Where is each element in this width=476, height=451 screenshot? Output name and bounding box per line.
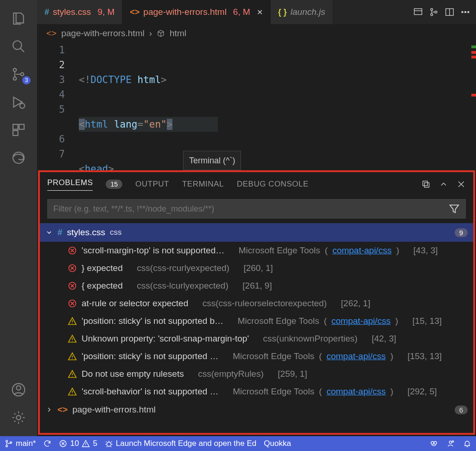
svg-point-30 xyxy=(72,393,73,394)
problem-issue-row[interactable]: 'position: sticky' is not supported b… M… xyxy=(40,312,473,330)
svg-point-1 xyxy=(13,68,17,71)
edge-icon xyxy=(11,150,26,165)
close-icon[interactable] xyxy=(457,180,466,189)
run-debug-icon xyxy=(11,95,26,110)
problem-issue-row[interactable]: } expected css(css-rcurlyexpected) [260,… xyxy=(40,259,473,277)
issue-source: css(css-lcurlyexpected) xyxy=(137,281,228,291)
panel-tab-problems[interactable]: PROBLEMS xyxy=(47,178,93,191)
account-icon xyxy=(11,382,26,397)
tab-diag: 9, M xyxy=(97,7,114,17)
breadcrumb-symbol: html xyxy=(170,28,186,39)
hover-tooltip: Terminal (^`) xyxy=(183,151,241,170)
problem-issue-row[interactable]: 'scroll-behavior' is not supported … Mic… xyxy=(40,383,473,400)
line-number-gutter: 1 2 3 4 5 6 7 xyxy=(37,43,74,161)
problem-issue-row[interactable]: 'position: sticky' is not supported … Mi… xyxy=(40,348,473,365)
breadcrumb[interactable]: <> page-with-errors.html › html xyxy=(37,24,476,43)
issue-link[interactable]: compat-api/css xyxy=(326,351,386,361)
svg-point-13 xyxy=(431,8,433,11)
activity-run-debug[interactable] xyxy=(0,88,37,116)
status-branch[interactable]: main* xyxy=(5,439,36,448)
problems-count-badge: 15 xyxy=(106,180,122,189)
issue-location: [43, 3] xyxy=(413,245,438,256)
compare-icon[interactable] xyxy=(429,7,439,17)
svg-point-38 xyxy=(449,441,451,443)
activity-source-control[interactable]: 3 xyxy=(0,60,37,88)
svg-point-15 xyxy=(435,11,437,13)
chevron-right-icon xyxy=(45,406,53,413)
copilot-icon[interactable] xyxy=(430,439,438,448)
status-launch[interactable]: Launch Microsoft Edge and open the Ed xyxy=(105,439,256,448)
issue-link[interactable]: compat-api/css xyxy=(326,387,386,397)
activity-search[interactable] xyxy=(0,32,37,60)
code-content: <!DOCTYPE html> <html lang="en"> <head> … xyxy=(79,43,476,170)
svg-point-28 xyxy=(72,358,73,359)
svg-point-3 xyxy=(21,73,24,76)
issue-message: 'scroll-margin-top' is not supported… xyxy=(82,245,224,256)
issue-message: { expected xyxy=(82,281,123,291)
tab-page-with-errors[interactable]: <> page-with-errors.html 6, M ✕ xyxy=(122,0,270,24)
issue-source: Microsoft Edge Tools xyxy=(233,351,314,361)
problem-file-row[interactable]: <>page-with-errors.html6 xyxy=(40,400,473,419)
status-quokka[interactable]: Quokka xyxy=(264,439,291,448)
more-icon[interactable] xyxy=(460,7,470,17)
split-editor-icon[interactable] xyxy=(444,7,455,17)
problem-issue-row[interactable]: Do not use empty rulesets css(emptyRules… xyxy=(40,365,473,383)
html-file-icon: <> xyxy=(130,7,140,17)
bell-icon[interactable] xyxy=(463,439,471,448)
svg-rect-5 xyxy=(13,124,18,129)
tab-close-button[interactable]: ✕ xyxy=(257,8,263,17)
filter-input[interactable] xyxy=(48,204,443,214)
svg-rect-6 xyxy=(19,124,24,129)
issue-link[interactable]: compat-api/css xyxy=(331,316,391,326)
tab-styles-css[interactable]: # styles.css 9, M xyxy=(37,0,122,24)
chevron-up-icon[interactable] xyxy=(439,180,448,189)
file-type: css xyxy=(110,228,122,237)
problem-issue-row[interactable]: Unknown property: 'scroll-snap-margin-to… xyxy=(40,330,473,348)
activity-explorer[interactable] xyxy=(0,5,37,32)
sync-icon xyxy=(43,439,51,448)
tab-diag: 6, M xyxy=(233,7,250,17)
file-issue-count: 9 xyxy=(455,228,468,237)
panel-tab-output[interactable]: OUTPUT xyxy=(135,180,169,189)
json-file-icon: { } xyxy=(278,7,287,17)
warning-icon xyxy=(68,369,77,379)
svg-rect-12 xyxy=(414,9,422,15)
file-icon: <> xyxy=(57,405,68,415)
tab-label: styles.css xyxy=(53,7,91,17)
panel-tab-debug-console[interactable]: DEBUG CONSOLE xyxy=(237,180,309,189)
branch-icon xyxy=(5,439,13,448)
warning-icon xyxy=(68,387,77,396)
activity-accounts[interactable] xyxy=(0,376,37,404)
svg-point-26 xyxy=(72,323,73,324)
issue-location: [292, 5] xyxy=(407,387,437,397)
status-problems[interactable]: 10 5 xyxy=(59,439,97,448)
problem-issue-row[interactable]: { expected css(css-lcurlyexpected) [261,… xyxy=(40,277,473,295)
editor[interactable]: 1 2 3 4 5 6 7 <!DOCTYPE html> <html lang… xyxy=(37,43,476,170)
issue-location: [153, 13] xyxy=(407,351,442,361)
panel-tab-terminal[interactable]: TERMINAL xyxy=(182,180,224,189)
svg-point-39 xyxy=(452,441,454,442)
search-icon xyxy=(11,39,26,54)
svg-point-35 xyxy=(107,442,111,446)
status-sync[interactable] xyxy=(43,439,51,448)
issue-message: 'position: sticky' is not supported b… xyxy=(82,316,223,326)
activity-extensions[interactable] xyxy=(0,116,37,144)
issue-source: css(unknownProperties) xyxy=(263,334,358,344)
error-icon xyxy=(68,299,77,308)
problem-issue-row[interactable]: at-rule or selector expected css(css-rul… xyxy=(40,295,473,312)
error-icon xyxy=(59,439,67,448)
live-share-icon[interactable] xyxy=(446,439,455,448)
issue-source: Microsoft Edge Tools xyxy=(233,387,314,397)
issue-link[interactable]: compat-api/css xyxy=(332,245,392,256)
activity-edge-tools[interactable] xyxy=(0,144,37,172)
filter-icon[interactable] xyxy=(448,202,461,215)
problem-file-row[interactable]: #styles.css css9 xyxy=(40,223,473,242)
issue-source: css(emptyRules) xyxy=(198,369,263,379)
collapse-all-icon[interactable] xyxy=(421,180,431,189)
svg-point-0 xyxy=(13,41,22,50)
activity-settings[interactable] xyxy=(0,404,37,432)
problem-issue-row[interactable]: 'scroll-margin-top' is not supported… Mi… xyxy=(40,242,473,259)
chevron-down-icon xyxy=(45,229,53,236)
open-preview-icon[interactable] xyxy=(413,7,423,17)
tab-launch-js[interactable]: { } launch.js xyxy=(271,0,333,24)
